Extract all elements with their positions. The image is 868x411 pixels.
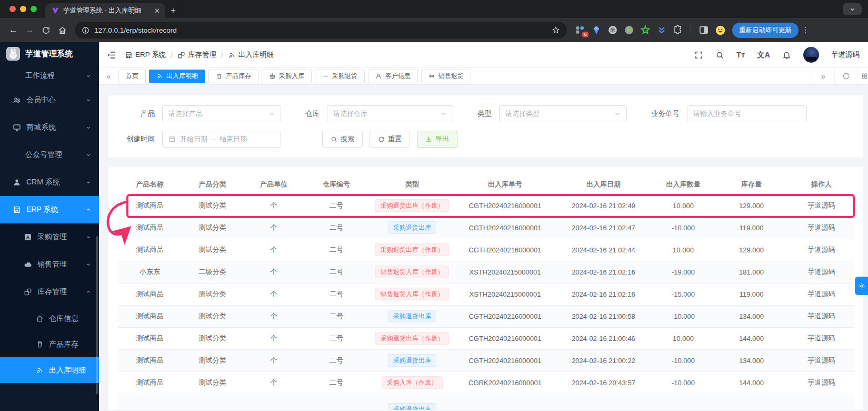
sidebar-item-公众号管理[interactable]: 公众号管理 (0, 141, 99, 169)
page-tab-出入库明细[interactable]: 出入库明细 (149, 70, 205, 83)
product-select[interactable]: 请选择产品 (162, 105, 281, 122)
cell-operator: 芋道源码 (789, 349, 854, 371)
page-tab-首页[interactable]: 首页 (118, 70, 146, 83)
page-tab-产品库存[interactable]: 产品库存 (208, 70, 258, 83)
sidebar-item-会员中心[interactable]: 会员中心 (0, 86, 99, 114)
sidebar-item-销售管理[interactable]: 销售管理 (0, 251, 99, 278)
type-select[interactable]: 请选择类型 (499, 105, 627, 122)
table-row[interactable]: 测试商品测试分类个二号采购退货出库CGTH202402160000012024-… (118, 349, 854, 371)
page-tab-label: 产品库存 (226, 72, 251, 81)
signal-icon (228, 51, 236, 59)
store-icon (125, 51, 133, 59)
tabs-layout-icon[interactable] (857, 67, 868, 85)
sidebar-item-商城系统[interactable]: 商城系统 (0, 114, 99, 141)
table-row[interactable]: 测试商品测试分类个二号采购退货出库CGTH202402160000012024-… (118, 305, 854, 327)
app-header: ERP 系统/库存管理/出入库明细 Tт 文A 芋道源码 (99, 42, 868, 67)
cell-operator (789, 394, 854, 410)
page-tab-销售退货[interactable]: 销售退货 (421, 70, 471, 83)
profile-emoji-icon[interactable] (715, 25, 725, 35)
tab-close-icon[interactable]: ✕ (154, 7, 160, 15)
cell-stock: 119.000 (714, 217, 789, 239)
warehouse-select[interactable]: 请选择仓库 (327, 105, 453, 122)
cell-unit: 个 (243, 283, 304, 305)
extension-mi-circle-icon[interactable]: 米 (607, 25, 618, 35)
notification-bell-icon[interactable] (782, 51, 791, 60)
page-tab-采购入库[interactable]: 采购入库 (262, 70, 312, 83)
back-icon[interactable]: ← (5, 22, 22, 38)
browser-update-button[interactable]: 重新启动即可更新 (732, 23, 799, 38)
sidebar-item-采购管理[interactable]: A采购管理 (0, 223, 99, 251)
app-logo-row[interactable]: 芋道管理系统 (0, 42, 99, 65)
side-panel-icon[interactable] (699, 25, 709, 35)
cell-type: 采购退货出库（作废） (368, 327, 456, 349)
cell-order_no (456, 394, 554, 410)
font-size-icon[interactable]: Tт (736, 51, 745, 59)
extension-green-star-icon[interactable] (640, 25, 651, 35)
browser-menu-icon[interactable]: ⋮ (801, 25, 810, 35)
page-tab-采购退货[interactable]: 采购退货 (315, 70, 365, 83)
user-avatar[interactable] (803, 47, 819, 63)
settings-gear-button[interactable] (855, 277, 868, 295)
cell-order_no: CGTH20240216000001 (456, 349, 554, 371)
sidebar-item-产品库存[interactable]: 产品库存 (0, 331, 99, 357)
window-controls (0, 0, 45, 18)
table-row[interactable]: 测试商品测试分类个二号采购退货出库（作废）CGTH202402160000012… (118, 327, 854, 349)
biz-no-label: 业务单号 (651, 109, 680, 119)
new-tab-button[interactable]: + (165, 3, 181, 18)
site-info-icon[interactable] (82, 26, 89, 34)
tabs-scroll-left-icon[interactable]: « (99, 72, 118, 81)
reload-icon[interactable] (38, 22, 54, 38)
forward-icon[interactable]: → (22, 22, 38, 38)
chevron-down-icon (614, 111, 621, 117)
extension-kite-icon[interactable] (591, 25, 602, 35)
table-row-partial[interactable]: 采购退货出库 (118, 394, 854, 410)
cell-unit: 个 (243, 327, 304, 349)
sidebar-scrollbar[interactable] (96, 236, 98, 394)
bookmark-star-icon[interactable] (552, 26, 560, 34)
extension-grid-icon[interactable]: 6 (575, 25, 585, 35)
breadcrumb-item-ERP 系统[interactable]: ERP 系统 (125, 50, 166, 60)
cell-product: 测试商品 (118, 283, 182, 305)
extension-green-dot-icon[interactable] (624, 25, 634, 35)
sidebar-item-ERP 系统[interactable]: ERP 系统 (0, 196, 99, 223)
column-header-出入库数量: 出入库数量 (653, 174, 714, 194)
search-icon[interactable] (715, 51, 724, 60)
page-tabbar: « 首页出入库明细产品库存采购入库采购退货客户信息销售退货 » (99, 67, 868, 85)
extension-double-chevron-icon[interactable] (656, 25, 667, 35)
home-icon[interactable] (54, 22, 71, 38)
tabs-scroll-right-icon[interactable]: » (812, 67, 834, 85)
column-header-操作人: 操作人 (789, 174, 854, 194)
table-row[interactable]: 测试商品测试分类个二号采购入库（作废）CGRK20240216000001202… (118, 371, 854, 394)
sidebar-item-出入库明细[interactable]: 出入库明细 (0, 357, 99, 383)
extensions-puzzle-icon[interactable] (673, 25, 683, 35)
table-row[interactable]: 测试商品测试分类个二号采购退货出库（作废）CGTH202402160000012… (118, 194, 854, 217)
table-row[interactable]: 测试商品测试分类个二号销售退货入库（作废）XSTH202402150000012… (118, 283, 854, 305)
window-minimize-button[interactable] (20, 6, 26, 12)
sidebar-item-CRM 系统[interactable]: CRM 系统 (0, 169, 99, 196)
breadcrumb-item-库存管理[interactable]: 库存管理 (177, 50, 216, 60)
address-bar[interactable]: 127.0.0.1/erp/stock/record (75, 22, 567, 38)
biz-no-input[interactable]: 请输入业务单号 (687, 105, 807, 122)
page-tab-客户信息[interactable]: 客户信息 (368, 70, 418, 83)
window-close-button[interactable] (9, 6, 16, 12)
sidebar-item-工作流程[interactable]: 工作流程 (0, 65, 99, 86)
sidebar-item-仓库信息[interactable]: 仓库信息 (0, 306, 99, 331)
menu-fold-icon[interactable] (106, 50, 116, 60)
reset-button[interactable]: 重置 (370, 131, 410, 148)
export-button[interactable]: 导出 (417, 131, 457, 148)
sidebar-item-库存管理[interactable]: 库存管理 (0, 278, 99, 306)
tab-search-button[interactable] (843, 3, 862, 15)
breadcrumb-item-出入库明细[interactable]: 出入库明细 (228, 50, 274, 60)
locale-icon[interactable]: 文A (757, 50, 770, 60)
app-shell: 芋道管理系统 工作流程会员中心商城系统公众号管理CRM 系统ERP 系统A采购管… (0, 42, 868, 411)
window-zoom-button[interactable] (31, 6, 37, 12)
date-range-input[interactable]: 开始日期 – 结束日期 (162, 131, 281, 148)
cell-quantity: -10.000 (653, 371, 714, 394)
browser-tab[interactable]: 芋道管理系统 - 出入库明细 ✕ (45, 3, 165, 18)
tabs-refresh-icon[interactable] (834, 67, 857, 85)
table-row[interactable]: 测试商品测试分类个二号采购退货出库（作废）CGTH202402160000012… (118, 239, 854, 261)
fullscreen-icon[interactable] (694, 51, 703, 60)
table-row[interactable]: 小东东二级分类个二号销售退货入库（作废）XSTH2024021500000120… (118, 261, 854, 283)
search-button[interactable]: 搜索 (322, 131, 363, 148)
table-row[interactable]: 测试商品测试分类个二号采购退货出库CGTH202402160000012024-… (118, 217, 854, 239)
